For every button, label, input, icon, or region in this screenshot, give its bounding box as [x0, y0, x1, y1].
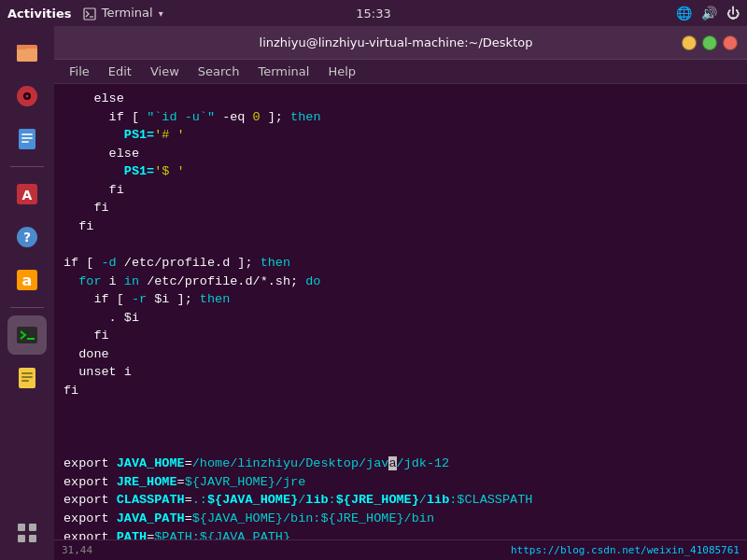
- sidebar-amazon-icon[interactable]: a: [7, 260, 47, 300]
- term-line: else: [63, 90, 738, 108]
- menu-search[interactable]: Search: [190, 63, 247, 80]
- svg-rect-24: [18, 524, 25, 531]
- term-line: if [ -d /etc/profile.d ]; then: [63, 254, 738, 273]
- term-line: if [ -r $i ]; then: [63, 290, 738, 309]
- term-line: [63, 236, 738, 255]
- sidebar-notes-icon[interactable]: [7, 358, 47, 398]
- term-line: else: [63, 145, 738, 163]
- term-line: fi: [63, 217, 738, 236]
- terminal-dropdown-icon[interactable]: ▾: [159, 8, 163, 19]
- system-bar-right: 🌐 🔊 ⏻: [676, 6, 740, 21]
- sidebar-divider-1: [10, 166, 44, 167]
- system-bar-left: Activities Terminal ▾: [7, 6, 163, 21]
- sidebar-terminal-icon[interactable]: [7, 315, 47, 355]
- volume-icon[interactable]: 🔊: [701, 6, 717, 21]
- svg-text:A: A: [22, 188, 33, 203]
- network-icon[interactable]: 🌐: [676, 6, 692, 21]
- term-line: export CLASSPATH=.:${JAVA_HOME}/lib:${JR…: [63, 491, 738, 510]
- term-line: fi: [63, 199, 738, 217]
- minimize-button[interactable]: [682, 35, 697, 50]
- maximize-button[interactable]: [702, 35, 717, 50]
- svg-rect-26: [18, 535, 25, 542]
- svg-rect-11: [21, 141, 29, 143]
- svg-rect-0: [84, 8, 95, 20]
- svg-rect-27: [29, 535, 36, 542]
- activities-button[interactable]: Activities: [7, 7, 72, 21]
- status-url: https://blog.csdn.net/weixin_41085761: [511, 543, 740, 558]
- menu-bar: File Edit View Search Terminal Help: [54, 60, 747, 84]
- menu-file[interactable]: File: [62, 63, 97, 80]
- term-line: [63, 437, 738, 455]
- svg-rect-23: [21, 380, 29, 382]
- svg-rect-10: [21, 137, 33, 139]
- window-controls: [682, 35, 738, 50]
- term-line: export JAVA_HOME=/home/linzhiyu/Desktop/…: [63, 455, 738, 473]
- sidebar-divider-2: [10, 307, 44, 308]
- term-line: PS1='$ ': [63, 162, 738, 181]
- term-line: export JRE_HOME=${JAVR_HOME}/jre: [63, 473, 738, 492]
- term-line: if [ "`id -u`" -eq 0 ]; then: [63, 108, 738, 127]
- svg-rect-18: [17, 327, 37, 343]
- svg-rect-25: [29, 524, 36, 531]
- terminal-window: linzhiyu@linzhiyu-virtual-machine:~/Desk…: [54, 26, 747, 560]
- close-button[interactable]: [723, 35, 738, 50]
- term-line: PS1='# ': [63, 126, 738, 145]
- menu-terminal[interactable]: Terminal: [250, 63, 317, 80]
- svg-point-7: [26, 95, 29, 98]
- sidebar-docs-icon[interactable]: [7, 119, 47, 159]
- menu-edit[interactable]: Edit: [101, 63, 139, 80]
- term-line: [63, 400, 738, 419]
- sidebar-files-icon[interactable]: [7, 34, 47, 73]
- svg-rect-22: [21, 376, 33, 378]
- term-line: unset i: [63, 363, 738, 382]
- svg-rect-3: [17, 49, 37, 62]
- terminal-label: Terminal: [102, 6, 153, 20]
- terminal-content[interactable]: else if [ "`id -u`" -eq 0 ]; then PS1='#…: [54, 84, 747, 560]
- term-line: done: [63, 345, 738, 364]
- sidebar-grid-icon[interactable]: [7, 513, 47, 553]
- window-title: linzhiyu@linzhiyu-virtual-machine:~/Desk…: [110, 35, 682, 49]
- sidebar-store-icon[interactable]: A: [7, 175, 47, 214]
- term-line: . $i: [63, 309, 738, 328]
- status-position: 31,44: [62, 543, 92, 558]
- sidebar: A ? a: [0, 26, 54, 560]
- sidebar-help-icon[interactable]: ?: [7, 217, 47, 257]
- term-line: fi: [63, 327, 738, 345]
- title-bar: linzhiyu@linzhiyu-virtual-machine:~/Desk…: [54, 26, 747, 60]
- svg-rect-4: [17, 45, 26, 49]
- terminal-indicator: Terminal ▾: [83, 6, 163, 21]
- terminal-status-bar: 31,44 https://blog.csdn.net/weixin_41085…: [54, 539, 747, 560]
- sidebar-music-icon[interactable]: [7, 77, 47, 116]
- system-bar-time: 15:33: [356, 7, 390, 21]
- menu-help[interactable]: Help: [320, 63, 363, 80]
- term-line: export JAVA_PATH=${JAVA_HOME}/bin:${JRE_…: [63, 510, 738, 528]
- term-line: [63, 418, 738, 437]
- term-line: fi: [63, 181, 738, 200]
- svg-rect-21: [21, 372, 33, 374]
- svg-text:?: ?: [23, 230, 31, 245]
- power-icon[interactable]: ⏻: [726, 6, 740, 21]
- term-line: fi: [63, 382, 738, 400]
- term-line: for i in /etc/profile.d/*.sh; do: [63, 273, 738, 291]
- system-bar: Activities Terminal ▾ 15:33 🌐 🔊 ⏻: [0, 0, 747, 26]
- svg-rect-9: [21, 133, 33, 135]
- menu-view[interactable]: View: [143, 63, 187, 80]
- svg-text:a: a: [22, 272, 33, 289]
